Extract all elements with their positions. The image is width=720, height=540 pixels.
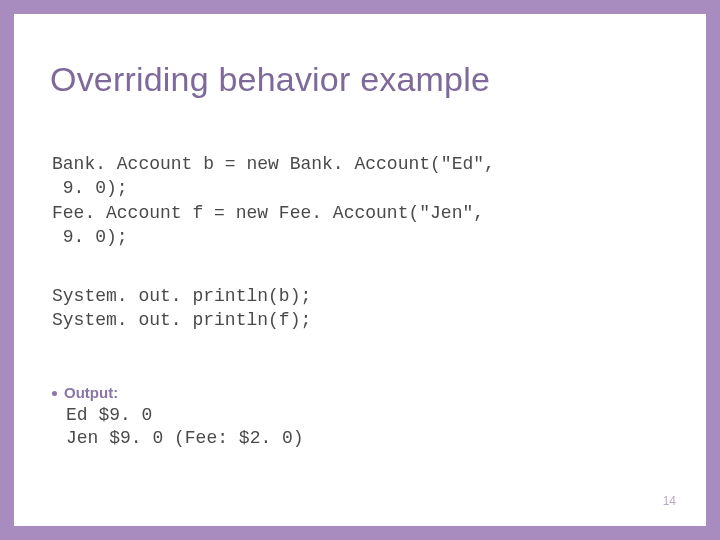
- slide: Overriding behavior example Bank. Accoun…: [14, 14, 706, 526]
- output-label: Output:: [52, 384, 118, 401]
- slide-title: Overriding behavior example: [50, 60, 490, 99]
- code-block-declarations: Bank. Account b = new Bank. Account("Ed"…: [52, 152, 495, 249]
- output-label-text: Output:: [64, 384, 118, 401]
- code-block-println: System. out. println(b); System. out. pr…: [52, 284, 311, 333]
- page-number: 14: [663, 494, 676, 508]
- output-code: Ed $9. 0 Jen $9. 0 (Fee: $2. 0): [66, 404, 304, 451]
- bullet-icon: [52, 391, 57, 396]
